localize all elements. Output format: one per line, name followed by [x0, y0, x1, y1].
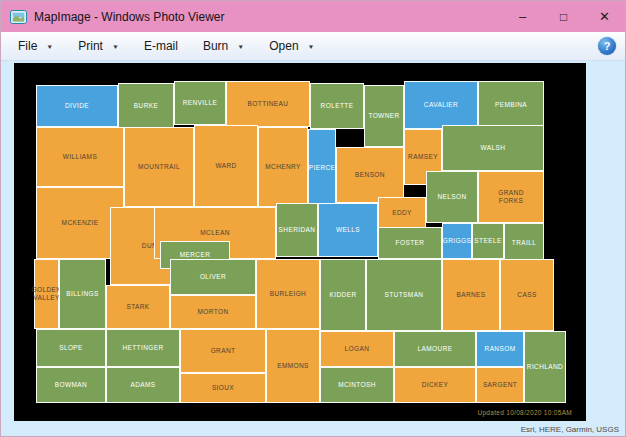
- county-renville: RENVILLE: [174, 81, 226, 125]
- photo-viewer-window: MapImage - Windows Photo Viewer – □ ✕ Fi…: [0, 0, 626, 437]
- menu-item-print[interactable]: Print▼: [69, 35, 128, 57]
- county-oliver: OLIVER: [170, 259, 256, 295]
- county-mchenry: MCHENRY: [258, 127, 308, 207]
- county-burleigh: BURLEIGH: [256, 259, 320, 329]
- map-canvas: DIVIDEBURKERENVILLEBOTTINEAUROLETTETOWNE…: [14, 63, 586, 421]
- window-controls: – □ ✕: [502, 1, 625, 32]
- minimize-button[interactable]: –: [502, 1, 543, 32]
- county-griggs: GRIGGS: [442, 223, 472, 259]
- county-stark: STARK: [106, 285, 170, 329]
- viewer-content: DIVIDEBURKERENVILLEBOTTINEAUROLETTETOWNE…: [1, 61, 625, 436]
- county-sioux: SIOUX: [180, 373, 266, 403]
- county-cavalier: CAVALIER: [404, 81, 478, 129]
- close-button[interactable]: ✕: [584, 1, 625, 32]
- county-barnes: BARNES: [442, 259, 500, 331]
- chevron-down-icon: ▼: [46, 43, 53, 49]
- county-dickey: DICKEY: [394, 367, 476, 403]
- chevron-down-icon: ▼: [237, 43, 244, 49]
- titlebar[interactable]: MapImage - Windows Photo Viewer – □ ✕: [1, 1, 625, 32]
- help-button[interactable]: ?: [598, 37, 616, 55]
- county-morton: MORTON: [170, 295, 256, 329]
- county-traill: TRAILL: [504, 223, 544, 263]
- county-grand-forks: GRAND FORKS: [478, 171, 544, 223]
- county-sheridan: SHERIDAN: [276, 203, 318, 257]
- county-ransom: RANSOM: [476, 331, 524, 367]
- county-emmons: EMMONS: [266, 329, 320, 403]
- county-slope: SLOPE: [36, 329, 106, 367]
- county-logan: LOGAN: [320, 331, 394, 367]
- menu-item-e-mail[interactable]: E-mail: [135, 35, 187, 57]
- maximize-button[interactable]: □: [543, 1, 584, 32]
- county-nelson: NELSON: [426, 171, 478, 223]
- county-rolette: ROLETTE: [310, 83, 364, 129]
- county-wells: WELLS: [318, 203, 378, 257]
- county-cass: CASS: [500, 259, 554, 331]
- menu-item-burn[interactable]: Burn▼: [194, 35, 253, 57]
- chevron-down-icon: ▼: [308, 43, 315, 49]
- map-updated-timestamp: Updated 10/08/2020 10:05AM: [477, 409, 572, 416]
- chevron-down-icon: ▼: [112, 43, 119, 49]
- county-foster: FOSTER: [378, 227, 442, 259]
- county-pierce: PIERCE: [308, 129, 336, 207]
- menu-item-label: E-mail: [144, 39, 178, 53]
- window-title: MapImage - Windows Photo Viewer: [34, 10, 502, 24]
- county-billings: BILLINGS: [59, 259, 106, 329]
- county-sargent: SARGENT: [476, 367, 524, 403]
- county-mountrail: MOUNTRAIL: [124, 127, 194, 207]
- help-icon: ?: [604, 40, 611, 52]
- menu-item-file[interactable]: File▼: [9, 35, 62, 57]
- county-kidder: KIDDER: [320, 259, 366, 331]
- county-steele: STEELE: [472, 223, 504, 259]
- county-mcintosh: MCINTOSH: [320, 367, 394, 403]
- county-adams: ADAMS: [106, 367, 180, 403]
- county-divide: DIVIDE: [36, 85, 118, 127]
- menu-item-label: File: [18, 39, 37, 53]
- county-richland: RICHLAND: [524, 331, 566, 403]
- county-benson: BENSON: [336, 147, 404, 203]
- menu-item-label: Burn: [203, 39, 228, 53]
- photo-viewer-app-icon: [10, 10, 27, 24]
- menu-items: File▼Print▼E-mailBurn▼Open▼: [9, 35, 331, 57]
- county-eddy: EDDY: [378, 197, 426, 229]
- county-ward: WARD: [194, 125, 258, 207]
- county-towner: TOWNER: [364, 85, 404, 147]
- county-burke: BURKE: [118, 83, 174, 129]
- county-bottineau: BOTTINEAU: [226, 81, 310, 127]
- county-grant: GRANT: [180, 329, 266, 373]
- county-golden-valley: GOLDEN VALLEY: [34, 259, 59, 329]
- county-williams: WILLIAMS: [36, 127, 124, 187]
- county-hettinger: HETTINGER: [106, 329, 180, 367]
- menu-item-label: Open: [269, 39, 298, 53]
- county-pembina: PEMBINA: [478, 81, 544, 129]
- county-bowman: BOWMAN: [36, 367, 106, 403]
- county-walsh: WALSH: [442, 125, 544, 171]
- county-lamoure: LAMOURE: [394, 331, 476, 367]
- menubar: File▼Print▼E-mailBurn▼Open▼ ?: [1, 32, 625, 61]
- menu-item-open[interactable]: Open▼: [260, 35, 323, 57]
- county-stutsman: STUTSMAN: [366, 259, 442, 331]
- menu-item-label: Print: [78, 39, 103, 53]
- map-attribution: Esri, HERE, Garmin, USGS: [521, 425, 619, 434]
